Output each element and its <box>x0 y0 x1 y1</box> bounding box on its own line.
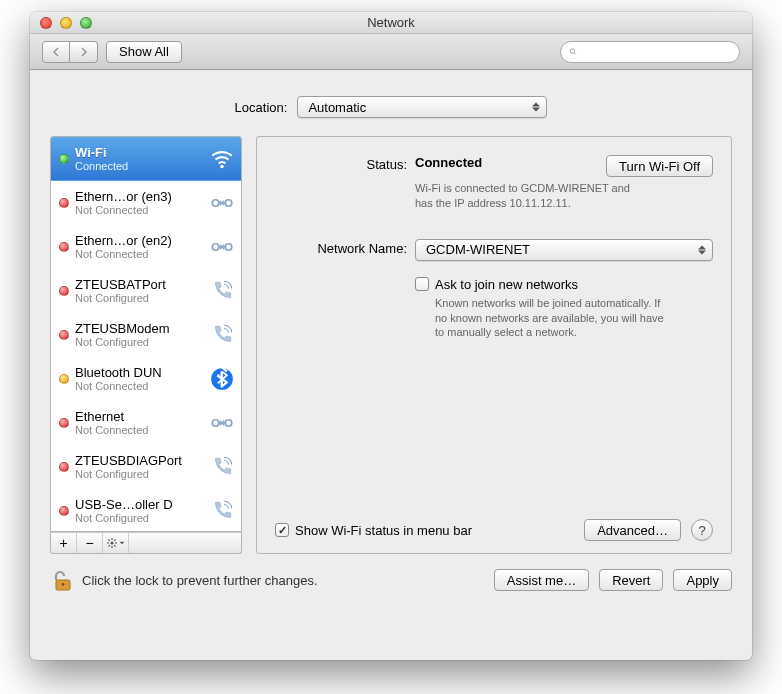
phone-icon <box>209 454 235 480</box>
service-name: Wi-Fi <box>75 145 203 160</box>
checkbox-checked-icon <box>275 523 289 537</box>
ask-to-join-checkbox[interactable]: Ask to join new networks <box>415 277 713 292</box>
back-button[interactable] <box>42 41 70 63</box>
location-label: Location: <box>235 100 288 115</box>
nav-segment <box>42 41 98 63</box>
phone-icon <box>209 278 235 304</box>
content: Location: Automatic Wi-FiConnectedEthern… <box>30 70 752 606</box>
service-status: Not Connected <box>75 248 203 260</box>
service-name: Ethernet <box>75 409 203 424</box>
service-name: Bluetooth DUN <box>75 365 203 380</box>
service-list-buttons: + − <box>50 532 242 554</box>
status-value: Connected <box>415 155 482 170</box>
ask-to-join-label: Ask to join new networks <box>435 277 578 292</box>
chevron-down-icon <box>119 540 125 546</box>
service-status: Not Configured <box>75 292 203 304</box>
phone-icon <box>209 498 235 524</box>
revert-button[interactable]: Revert <box>599 569 663 591</box>
ethernet-icon <box>209 190 235 216</box>
status-dot-icon <box>59 198 69 208</box>
ethernet-icon <box>209 410 235 436</box>
remove-service-button[interactable]: − <box>77 533 103 553</box>
status-label: Status: <box>275 155 415 211</box>
network-name-popup[interactable]: GCDM-WIRENET <box>415 239 713 261</box>
svg-point-10 <box>110 541 113 544</box>
svg-point-9 <box>225 419 232 426</box>
service-name: ZTEUSBModem <box>75 321 203 336</box>
toolbar: Show All <box>30 34 752 70</box>
chevron-right-icon <box>79 47 89 57</box>
service-status: Not Configured <box>75 468 203 480</box>
wifi-toggle-button[interactable]: Turn Wi-Fi Off <box>606 155 713 177</box>
service-sidebar: Wi-FiConnectedEthern…or (en3)Not Connect… <box>50 136 242 554</box>
svg-line-17 <box>108 545 109 546</box>
svg-line-16 <box>114 545 115 546</box>
location-popup[interactable]: Automatic <box>297 96 547 118</box>
bluetooth-icon <box>209 366 235 392</box>
status-dot-icon <box>59 506 69 516</box>
search-input[interactable] <box>581 45 731 59</box>
wifi-icon <box>209 146 235 172</box>
service-item[interactable]: Ethern…or (en3)Not Connected <box>51 181 241 225</box>
status-dot-icon <box>59 462 69 472</box>
svg-line-15 <box>108 539 109 540</box>
help-button[interactable]: ? <box>691 519 713 541</box>
service-item[interactable]: Wi-FiConnected <box>51 137 241 181</box>
checkbox-icon <box>415 277 429 291</box>
show-all-button[interactable]: Show All <box>106 41 182 63</box>
service-item[interactable]: ZTEUSBATPortNot Configured <box>51 269 241 313</box>
forward-button[interactable] <box>70 41 98 63</box>
service-name: Ethern…or (en3) <box>75 189 203 204</box>
service-detail: Status: Connected Turn Wi-Fi Off Wi-Fi i… <box>256 136 732 554</box>
network-prefs-window: Network Show All Location: Automatic <box>30 12 752 660</box>
service-name: Ethern…or (en2) <box>75 233 203 248</box>
svg-line-18 <box>114 539 115 540</box>
svg-point-6 <box>225 243 232 250</box>
ask-to-join-subtext: Known networks will be joined automatica… <box>435 296 665 341</box>
ethernet-icon <box>209 234 235 260</box>
service-name: USB-Se…oller D <box>75 497 203 512</box>
svg-point-5 <box>212 243 219 250</box>
status-dot-icon <box>59 286 69 296</box>
status-subtext: Wi-Fi is connected to GCDM-WIRENET and h… <box>415 181 645 211</box>
svg-point-4 <box>225 199 232 206</box>
location-value: Automatic <box>308 100 366 115</box>
svg-point-8 <box>212 419 219 426</box>
svg-point-2 <box>220 164 223 167</box>
add-service-button[interactable]: + <box>51 533 77 553</box>
service-item[interactable]: ZTEUSBModemNot Configured <box>51 313 241 357</box>
status-dot-icon <box>59 330 69 340</box>
service-action-button[interactable] <box>103 533 129 553</box>
status-dot-icon <box>59 154 69 164</box>
service-item[interactable]: ZTEUSBDIAGPortNot Configured <box>51 445 241 489</box>
service-item[interactable]: Bluetooth DUNNot Connected <box>51 357 241 401</box>
show-status-checkbox[interactable]: Show Wi-Fi status in menu bar <box>275 523 472 538</box>
service-item[interactable]: EthernetNot Connected <box>51 401 241 445</box>
window-title: Network <box>30 15 752 30</box>
apply-button[interactable]: Apply <box>673 569 732 591</box>
assist-me-button[interactable]: Assist me… <box>494 569 589 591</box>
show-status-label: Show Wi-Fi status in menu bar <box>295 523 472 538</box>
search-field[interactable] <box>560 41 740 63</box>
lock-text: Click the lock to prevent further change… <box>82 573 318 588</box>
phone-icon <box>209 322 235 348</box>
service-item[interactable]: USB-Se…oller DNot Configured <box>51 489 241 532</box>
service-status: Not Configured <box>75 336 203 348</box>
network-name-value: GCDM-WIRENET <box>426 242 530 257</box>
status-dot-icon <box>59 374 69 384</box>
service-list[interactable]: Wi-FiConnectedEthern…or (en3)Not Connect… <box>50 136 242 532</box>
svg-line-1 <box>574 53 576 55</box>
svg-point-0 <box>570 49 575 54</box>
search-icon <box>569 45 577 58</box>
chevron-left-icon <box>51 47 61 57</box>
service-status: Connected <box>75 160 203 172</box>
service-item[interactable]: Ethern…or (en2)Not Connected <box>51 225 241 269</box>
unlocked-lock-icon[interactable] <box>50 568 74 592</box>
footer: Click the lock to prevent further change… <box>50 568 732 592</box>
gear-icon <box>106 537 118 549</box>
network-name-label: Network Name: <box>275 239 415 261</box>
svg-point-20 <box>62 583 65 586</box>
advanced-button[interactable]: Advanced… <box>584 519 681 541</box>
location-row: Location: Automatic <box>50 96 732 118</box>
service-name: ZTEUSBATPort <box>75 277 203 292</box>
